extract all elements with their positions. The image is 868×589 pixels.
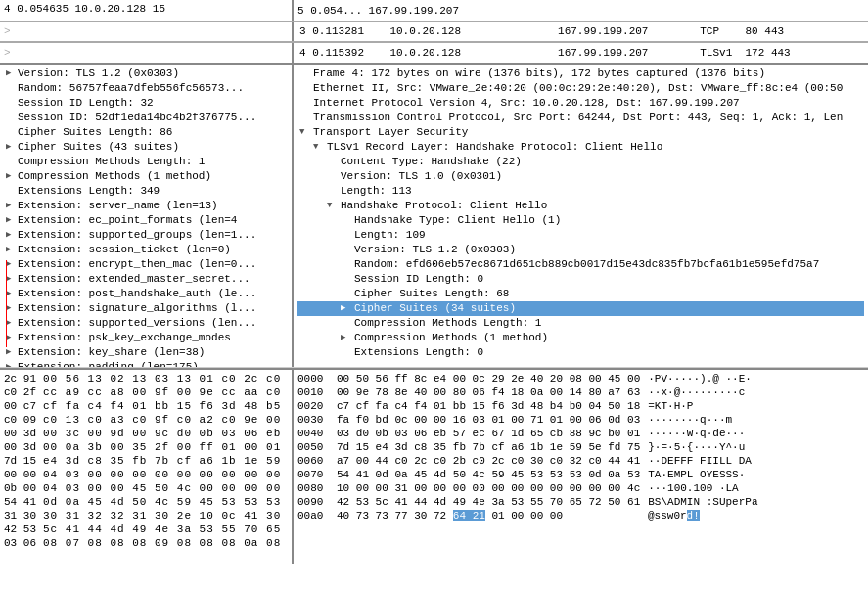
left-tree-item-session-id[interactable]: Session ID: 52df1eda14bc4b2f376775... [0, 111, 292, 125]
right-tree-item-frame[interactable]: Frame 4: 172 bytes on wire (1376 bits), … [297, 67, 864, 81]
left-tree-item-extended-master[interactable]: ▶ Extension: extended_master_secret... [0, 272, 292, 287]
hex-right-row-0070: 0070 54 41 0d 0a 45 4d 50 4c 59 45 53 53… [297, 468, 864, 481]
hex-left-row-9: 54 410d 0a 45 4d 50 4c 59 45 53 53 53 [4, 495, 288, 509]
left-tree-item-padding[interactable]: ▶ Extension: padding (len=175) [0, 360, 292, 367]
hex-right-pane: 0000 00 50 56 ff 8c e4 00 0c 29 2e 40 20… [294, 370, 868, 564]
hex-left-row-1: c0 2fcc a9 cc a8 00 9f 00 9e cc aa c0 [4, 385, 288, 399]
left-tree-item-version[interactable]: ▶ Version: TLS 1.2 (0x0303) [0, 67, 292, 81]
right-tree-item-tcp[interactable]: Transmission Control Protocol, Src Port:… [297, 111, 864, 125]
right-tree-item-version-tls1[interactable]: Version: TLS 1.0 (0x0301) [297, 169, 864, 184]
left-top-packet3: > [0, 45, 15, 61]
left-tree-item-ext-len[interactable]: Extensions Length: 349 [0, 184, 292, 199]
left-tree-item-psk-modes[interactable]: ▶ Extension: psk_key_exchange_modes [0, 331, 292, 345]
right-tree-item-hs-length[interactable]: Length: 109 [297, 228, 864, 243]
right-tree-item-handshake[interactable]: ▼ Handshake Protocol: Client Hello [297, 199, 864, 213]
hex-left-row-7: 00 0004 03 00 00 00 00 00 00 00 00 00 [4, 468, 288, 481]
right-top-packet-row2: 4 0.115392 10.0.20.128 167.99.199.207 TL… [294, 45, 868, 61]
right-tree-item-cipher-len[interactable]: Cipher Suites Length: 68 [297, 287, 864, 301]
right-tree-item-ext-len[interactable]: Extensions Length: 0 [297, 345, 864, 360]
right-tree-item-ethernet[interactable]: Ethernet II, Src: VMware_2e:40:20 (00:0c… [297, 81, 864, 96]
left-tree-item-key-share[interactable]: ▶ Extension: key_share (len=38) [0, 345, 292, 360]
hex-left-row-0: 2c 9100 56 13 02 13 03 13 01 c0 2c c0 [4, 372, 288, 385]
left-tree-item-cipher-suites-len[interactable]: Cipher Suites Length: 86 [0, 125, 292, 140]
left-top-packet2: > [0, 23, 15, 39]
hex-right-row-0020: 0020 c7 cf fa c4 f4 01 bb 15 f6 3d 48 b4… [297, 399, 864, 413]
left-tree-item-ec-point[interactable]: ▶ Extension: ec_point_formats (len=4 [0, 213, 292, 228]
hex-left-row-6: 7d 15e4 3d c8 35 fb 7b cf a6 1b 1e 59 [4, 454, 288, 468]
right-tree-item-hs-type[interactable]: Handshake Type: Client Hello (1) [297, 213, 864, 228]
right-top-packet1: 5 0.054... 167.99.199.207 [294, 2, 868, 20]
hex-left-row-8: 0b 0004 03 00 00 45 50 4c 00 00 00 00 [4, 481, 288, 495]
left-tree-item-comp-methods-len[interactable]: Compression Methods Length: 1 [0, 155, 292, 169]
right-tree-item-comp-methods[interactable]: ▶ Compression Methods (1 method) [297, 331, 864, 345]
hex-right-row-0060: 0060 a7 00 44 c0 2c c0 2b c0 2c c0 30 c0… [297, 454, 864, 468]
hex-left-row-3: c0 09c0 13 c0 a3 c0 9f c0 a2 c0 9e 00 [4, 413, 288, 427]
left-tree-item-post-handshake[interactable]: ▶ Extension: post_handshake_auth (le... [0, 287, 292, 301]
left-tree-item-cipher-suites[interactable]: ▶ Cipher Suites (43 suites) [0, 140, 292, 155]
right-tree-item-hs-version[interactable]: Version: TLS 1.2 (0x0303) [297, 243, 864, 257]
right-tree-item-comp-methods-len[interactable]: Compression Methods Length: 1 [297, 316, 864, 331]
right-tree-item-tls[interactable]: ▼ Transport Layer Security [297, 125, 864, 140]
hex-left-row-12: 03 0608 07 08 08 08 09 08 08 08 0a 08 [4, 536, 288, 550]
hex-right-row-0000: 0000 00 50 56 ff 8c e4 00 0c 29 2e 40 20… [297, 372, 864, 385]
right-tree-item-tlsv1-record[interactable]: ▼ TLSv1 Record Layer: Handshake Protocol… [297, 140, 864, 155]
hex-left-row-4: 00 3d00 3c 00 9d 00 9c d0 0b 03 06 eb [4, 427, 288, 440]
right-tree-item-cipher-suites-selected[interactable]: ▶ Cipher Suites (34 suites) [297, 301, 864, 316]
left-tree-item-server-name[interactable]: ▶ Extension: server_name (len=13) [0, 199, 292, 213]
hex-right-row-00a0: 00a0 40 73 73 77 30 72 64 21 01 00 00 00… [297, 509, 864, 522]
right-tree-item-hs-random[interactable]: Random: efd606eb57ec8671d651cb889cb0017d… [297, 257, 864, 272]
right-top-packet-row1: 3 0.113281 10.0.20.128 167.99.199.207 TC… [294, 23, 868, 39]
left-tree-item-random[interactable]: Random: 56757feaa7dfeb556fc56573... [0, 81, 292, 96]
hex-right-row-0030: 0030 fa f0 bd 0c 00 00 16 03 01 00 71 01… [297, 413, 864, 427]
hex-right-row-0050: 0050 7d 15 e4 3d c8 35 fb 7b cf a6 1b 1e… [297, 440, 864, 454]
hex-left-row-11: 42 535c 41 44 4d 49 4e 3a 53 55 70 65 [4, 522, 288, 536]
left-tree-item-sig-algos[interactable]: ▶ Extension: signature_algorithms (l... [0, 301, 292, 316]
hex-left-pane: 2c 9100 56 13 02 13 03 13 01 c0 2c c0 c0… [0, 370, 294, 564]
right-tree-item-session-id-len[interactable]: Session ID Length: 0 [297, 272, 864, 287]
right-tree-item-content-type[interactable]: Content Type: Handshake (22) [297, 155, 864, 169]
left-tree-item-encrypt-then-mac[interactable]: ▶ Extension: encrypt_then_mac (len=0... [0, 257, 292, 272]
right-detail-pane: Frame 4: 172 bytes on wire (1376 bits), … [294, 65, 868, 367]
hex-right-row-0090: 0090 42 53 5c 41 44 4d 49 4e 3a 53 55 70… [297, 495, 864, 509]
left-tree-item-supported-groups[interactable]: ▶ Extension: supported_groups (len=1... [0, 228, 292, 243]
hex-left-row-5: 00 3d00 0a 3b 00 35 2f 00 ff 01 00 01 [4, 440, 288, 454]
left-tree-item-session-ticket[interactable]: ▶ Extension: session_ticket (len=0) [0, 243, 292, 257]
hex-left-row-2: 00 c7cf fa c4 f4 01 bb 15 f6 3d 48 b5 [4, 399, 288, 413]
left-tree-item-supported-versions[interactable]: ▶ Extension: supported_versions (len... [0, 316, 292, 331]
right-tree-item-ip[interactable]: Internet Protocol Version 4, Src: 10.0.2… [297, 96, 864, 111]
hex-right-row-0040: 0040 03 d0 0b 03 06 eb 57 ec 67 1d 65 cb… [297, 427, 864, 440]
left-tree-item-session-id-len[interactable]: Session ID Length: 32 [0, 96, 292, 111]
hex-left-row-10: 31 3030 31 32 32 31 30 2e 10 0c 41 30 [4, 509, 288, 522]
left-top-packet: 4 0.054635 10.0.20.128 15 [0, 0, 169, 21]
left-tree-item-comp-methods[interactable]: ▶ Compression Methods (1 method) [0, 169, 292, 184]
hex-right-row-0080: 0080 10 00 00 31 00 00 00 00 00 00 00 00… [297, 481, 864, 495]
hex-right-row-0010: 0010 00 9e 78 8e 40 00 80 06 f4 18 0a 00… [297, 385, 864, 399]
left-detail-pane: ▶ Version: TLS 1.2 (0x0303) Random: 5675… [0, 65, 294, 367]
right-tree-item-length-113[interactable]: Length: 113 [297, 184, 864, 199]
